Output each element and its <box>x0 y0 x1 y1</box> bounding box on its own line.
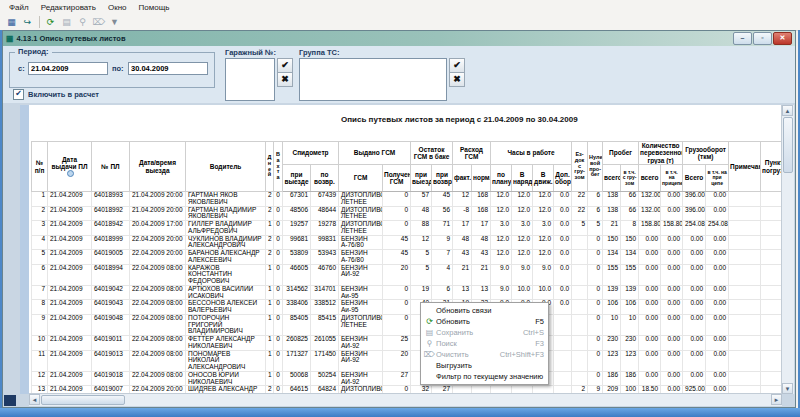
cell: 5 <box>32 250 48 265</box>
menu-item[interactable]: Окно <box>102 2 133 13</box>
mdi-title-bar[interactable]: ▦ 4.13.1 Опись путевых листов – ▫ ✕ <box>3 31 795 46</box>
clear-icon[interactable]: ⌦ <box>91 16 106 29</box>
table-row[interactable]: 621.04.20096401899422.04.2009 08:00КАРАЖ… <box>32 264 783 285</box>
cell <box>729 371 761 386</box>
horizontal-scrollbar[interactable]: ◄ ► <box>29 393 782 406</box>
vertical-scrollbar[interactable]: ▲ ▼ <box>781 105 794 394</box>
table-row[interactable]: 1221.04.20096401901822.04.2009 08:00ОНОС… <box>32 371 783 386</box>
cell: 155 <box>603 264 621 285</box>
column-subheader: при возвр. <box>432 165 453 192</box>
cell: 5 <box>588 221 603 236</box>
cell: 139 <box>603 285 621 300</box>
column-header: Примечание <box>729 142 761 192</box>
garage-number-listbox[interactable] <box>225 58 275 101</box>
cell: 134 <box>621 250 639 265</box>
cell: 132.00 <box>639 206 661 221</box>
close-button[interactable]: ✕ <box>773 32 792 45</box>
cell <box>572 285 588 300</box>
report-page: Опись путевых листов за период с 21.04.2… <box>29 105 782 394</box>
vehicle-group-listbox[interactable] <box>299 58 447 101</box>
cell: АРТЮХОВ ВАСИЛИЙ ИСАКОВИЧ <box>186 285 266 300</box>
cell: 22.04.2009 08:00 <box>130 336 186 351</box>
table-row[interactable]: 1121.04.20096401901322.04.2009 08:00ПОНО… <box>32 350 783 371</box>
menu-item[interactable]: Редактировать <box>35 2 102 13</box>
vertical-scroll-thumb[interactable] <box>783 117 793 173</box>
scroll-left-icon[interactable]: ◄ <box>29 394 40 405</box>
cell: 4 <box>32 235 48 250</box>
context-menu-item[interactable]: ▤СохранитьCtrl+S <box>421 327 548 338</box>
cell: 186 <box>621 371 639 386</box>
garage-apply-button[interactable]: ✔ <box>277 58 293 73</box>
table-row[interactable]: 721.04.20096401904222.04.2009 08:00АРТЮХ… <box>32 285 783 300</box>
minimize-button[interactable]: – <box>733 32 752 45</box>
cell: 0.00 <box>683 314 706 335</box>
column-header: Спидометр <box>283 142 339 165</box>
context-menu-item[interactable]: ⟳ОбновитьF5 <box>421 316 548 327</box>
scroll-up-icon[interactable]: ▲ <box>782 105 793 116</box>
column-header: Нуле-вой про-бег <box>588 142 603 192</box>
table-row[interactable]: 221.04.20096401899221.04.2009 20:00ГАРТМ… <box>32 206 783 221</box>
include-in-calc-checkbox[interactable]: ✔ <box>13 89 24 100</box>
cell: 0.00 <box>639 250 661 265</box>
cell: 0.00 <box>639 350 661 371</box>
grid-icon: ▦ <box>6 35 14 43</box>
cell: 0 <box>588 314 603 335</box>
cell: 0.00 <box>639 264 661 285</box>
cell: 12.0 <box>491 192 512 207</box>
context-menu-item[interactable]: Обновить связи <box>421 305 548 316</box>
refresh-icon[interactable]: ⟳ <box>43 16 58 29</box>
date-from-input[interactable] <box>28 62 108 75</box>
date-to-input[interactable] <box>128 62 208 75</box>
horizontal-scroll-thumb[interactable] <box>41 395 125 405</box>
table-row[interactable]: 521.04.20096401900522.04.2009 20:00БАРАН… <box>32 250 783 265</box>
cell <box>729 264 761 285</box>
search-icon[interactable]: ⚲ <box>75 16 90 29</box>
window-icon[interactable]: ▦ <box>4 16 19 29</box>
cell: 338406 <box>283 300 311 315</box>
cell: 22.04.2009 08:00 <box>130 264 186 285</box>
column-header: Часы в работе <box>491 142 572 165</box>
table-row[interactable]: 321.04.20096401894220.04.2009 17:00ГИЛЛЕ… <box>32 221 783 236</box>
menu-item[interactable]: Файл <box>3 2 35 13</box>
cell: 0 <box>383 300 411 315</box>
cell: 0.00 <box>683 336 706 351</box>
table-row[interactable]: 921.04.20096401904822.04.2009 08:00ПОТОР… <box>32 314 783 335</box>
table-row[interactable]: 1021.04.20096401901122.04.2009 08:00ФЕТТ… <box>32 336 783 351</box>
cell <box>761 264 782 285</box>
cell: 260825 <box>283 336 311 351</box>
cell: БЕНЗИН АИ-92 <box>339 350 383 371</box>
group-clear-button[interactable]: ✖ <box>449 72 465 87</box>
table-row[interactable]: 121.04.20096401899321.04.2009 20:00ГАРТМ… <box>32 192 783 207</box>
menu-item[interactable]: Помощь <box>133 2 176 13</box>
cell: 9.0 <box>533 264 554 285</box>
group-apply-button[interactable]: ✔ <box>449 58 465 73</box>
context-menu-item[interactable]: ⌦ОчиститьCtrl+Shift+F3 <box>421 349 548 360</box>
context-menu-item[interactable]: Выгрузить <box>421 360 548 371</box>
table-row[interactable]: 821.04.20096401904322.04.2009 08:00БЕССО… <box>32 300 783 315</box>
scroll-right-icon[interactable]: ► <box>771 394 782 405</box>
filter-icon[interactable]: ▼ <box>107 16 122 29</box>
cell: 5 <box>572 221 588 236</box>
exit-icon[interactable]: ↪ <box>20 16 35 29</box>
context-menu-item[interactable]: ⚲ПоискF3 <box>421 338 548 349</box>
cell: ПОТОРОЧИН ГРИГОРИЙ ВЛАДИМИРОВИЧ <box>186 314 266 335</box>
cell: 0.0 <box>554 206 572 221</box>
cell: 0 <box>588 371 603 386</box>
cell: 53943 <box>311 250 339 265</box>
garage-clear-button[interactable]: ✖ <box>277 72 293 87</box>
column-header: № п/п <box>32 142 48 192</box>
context-menu-item[interactable]: Фильтр по текущему значению <box>421 371 548 382</box>
column-subheader: при выезде <box>411 165 432 192</box>
column-subheader: норм. <box>472 165 491 192</box>
cell: 230 <box>621 336 639 351</box>
cell: 10.0 <box>512 285 533 300</box>
column-header: Грузооборот (ткм) <box>683 142 729 165</box>
cell: 0.00 <box>661 314 683 335</box>
save-icon[interactable]: ▤ <box>59 16 74 29</box>
cell: 64018992 <box>92 206 130 221</box>
scroll-down-icon[interactable]: ▼ <box>782 383 793 394</box>
cell: 10.0 <box>533 285 554 300</box>
maximize-button[interactable]: ▫ <box>753 32 772 45</box>
table-row[interactable]: 421.04.20096401899922.04.2009 20:00ЧУКЛИ… <box>32 235 783 250</box>
cell: 50068 <box>283 371 311 386</box>
